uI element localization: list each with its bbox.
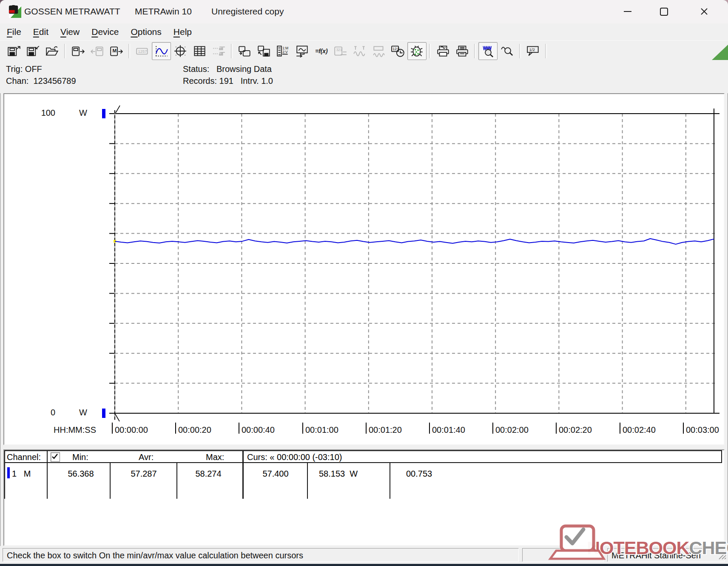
table-header-channel: Channel:	[4, 450, 48, 463]
x-tick-label: 00:00:00	[115, 425, 148, 435]
resize-grip[interactable]	[717, 550, 727, 560]
zoom-out-chart-button[interactable]	[498, 42, 517, 60]
x-axis-label: HH:MM:SS	[54, 425, 96, 435]
title-bar: GOSSEN METRAWATT METRAwin 10 Unregistere…	[0, 0, 728, 23]
status-bar: Check the box to switch On the min/avr/m…	[0, 546, 728, 564]
cell-max: 58.274	[187, 469, 230, 479]
view-statistics-button[interactable]	[209, 42, 228, 60]
x-tick-label: 00:01:40	[432, 425, 465, 435]
view-table-button[interactable]	[190, 42, 209, 60]
x-tick	[302, 423, 303, 434]
minimize-button[interactable]	[615, 2, 640, 21]
menu-device[interactable]: Device	[85, 27, 125, 37]
y-axis-unit-bottom: W	[79, 408, 87, 417]
device-settings-icon	[238, 45, 252, 57]
browse-status: Status: Browsing Data	[183, 64, 272, 74]
time-settings-button[interactable]: 12:5	[388, 42, 407, 60]
measurement-table: Channel: Min: Avr: Max: Curs: « 00:00:00…	[3, 449, 725, 546]
svg-text:1:M: 1:M	[282, 46, 288, 50]
chart-plot[interactable]	[4, 94, 722, 443]
table-header-max: Max:	[206, 452, 224, 462]
view-chart-icon	[154, 45, 169, 57]
read-memory-button[interactable]: M	[107, 42, 126, 60]
close-button[interactable]	[691, 2, 717, 21]
chart-panel: 100 W 0 W HH:MM:SS 00:00:0000:00:2000:00…	[3, 93, 725, 445]
channel-status: Chan: 123456789	[6, 76, 76, 86]
y-axis-channel-marker-top[interactable]	[102, 109, 105, 118]
toolbar-separator	[128, 44, 130, 58]
menu-help[interactable]: Help	[168, 27, 198, 37]
x-tick-label: 00:00:40	[242, 425, 275, 435]
svg-text:M: M	[112, 48, 117, 53]
y-axis-channel-marker-bottom[interactable]	[102, 409, 105, 418]
y-axis-max-label: 100	[33, 108, 55, 118]
monitor-view-icon	[295, 45, 310, 57]
menu-edit[interactable]: Edit	[27, 27, 54, 37]
device-online-icon: 321	[333, 45, 348, 57]
device-online-button[interactable]: 321	[331, 42, 350, 60]
y-axis-min-label: 0	[33, 408, 55, 417]
formula-editor-button[interactable]: =f(x)	[312, 42, 331, 60]
file-open-button[interactable]	[43, 42, 62, 60]
envelope-mode-button[interactable]	[369, 42, 388, 60]
checkmark-icon	[51, 453, 59, 460]
x-tick	[683, 423, 684, 434]
toolbar-separator	[474, 44, 476, 58]
license-note: Unregistered copy	[211, 6, 284, 17]
minmax-checkbox[interactable]	[51, 452, 60, 462]
zoom-in-chart-icon	[481, 45, 495, 57]
wave-compare-button[interactable]	[350, 42, 369, 60]
print-report-button[interactable]	[452, 42, 472, 60]
read-memory-icon: M	[109, 45, 124, 57]
view-multimeter-button[interactable]: 1257	[133, 42, 152, 60]
cell-channel[interactable]: 1 M	[12, 469, 31, 479]
envelope-mode-icon	[372, 45, 386, 57]
svg-text:1257: 1257	[138, 49, 147, 54]
zoom-in-chart-button[interactable]	[478, 42, 498, 60]
x-tick	[620, 423, 620, 434]
toolbar: M12571:M2:V=f(x)32112:51/2	[0, 40, 728, 62]
statusbar-device-name: METRAHit Starline-Seri	[607, 548, 725, 562]
channel-setup-button[interactable]: 1:M2:V	[273, 42, 293, 60]
menu-view[interactable]: View	[54, 27, 85, 37]
store-config-button[interactable]	[254, 42, 273, 60]
channel-setup-icon: 1:M2:V	[276, 45, 290, 57]
cell-cursor-diff: 00.753	[406, 469, 432, 479]
store-config-icon	[257, 45, 271, 57]
view-xy-button[interactable]	[171, 42, 190, 60]
maximize-icon	[660, 8, 668, 16]
x-tick-label: 00:01:00	[305, 425, 338, 435]
live-record-button[interactable]	[407, 42, 427, 60]
monitor-view-button[interactable]	[293, 42, 312, 60]
device-settings-button[interactable]	[235, 42, 254, 60]
file-export-button[interactable]	[4, 42, 23, 60]
annotation-button[interactable]: 1/2	[523, 42, 543, 60]
time-settings-icon: 12:5	[391, 45, 405, 57]
toolbar-corner-decoration	[712, 44, 728, 60]
x-tick	[239, 423, 239, 434]
file-export-icon	[7, 45, 21, 57]
toolbar-separator	[545, 44, 547, 58]
table-header-minavrmax: Min: Avr: Max:	[47, 450, 243, 463]
view-chart-button[interactable]	[152, 42, 171, 60]
svg-text:=f(x): =f(x)	[315, 48, 328, 54]
x-tick	[366, 423, 367, 434]
app-title: METRAwin 10	[135, 6, 192, 17]
read-device-icon	[71, 45, 85, 57]
cell-min: 56.368	[60, 469, 102, 479]
app-logo-icon	[9, 5, 22, 18]
menu-file[interactable]: File	[1, 27, 27, 37]
formula-editor-icon: =f(x)	[314, 45, 329, 57]
file-save-button[interactable]	[23, 42, 43, 60]
zoom-out-chart-icon	[500, 45, 515, 57]
statusbar-hint: Check the box to switch On the min/avr/m…	[3, 548, 519, 562]
menu-options[interactable]: Options	[125, 27, 167, 37]
print-chart-button[interactable]	[433, 42, 452, 60]
file-save-icon	[26, 45, 40, 57]
print-chart-icon	[436, 45, 450, 57]
write-device-button[interactable]	[88, 42, 107, 60]
maximize-button[interactable]	[651, 2, 677, 21]
read-device-button[interactable]	[68, 42, 88, 60]
cell-avr: 57.287	[122, 469, 165, 479]
x-tick-label: 00:00:20	[178, 425, 211, 435]
